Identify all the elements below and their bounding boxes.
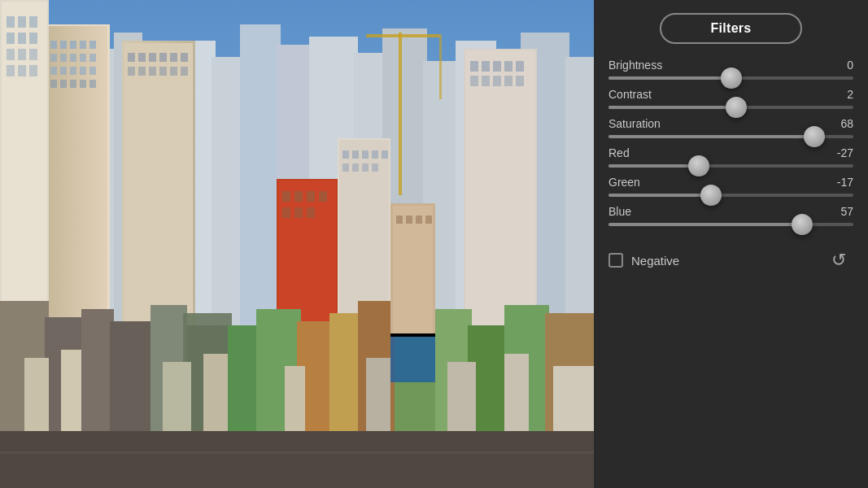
slider-fill-red <box>608 164 699 168</box>
svg-rect-49 <box>181 53 188 62</box>
svg-rect-48 <box>170 53 177 62</box>
slider-thumb-green[interactable] <box>700 185 722 206</box>
svg-rect-137 <box>416 216 422 224</box>
svg-rect-10 <box>240 24 281 325</box>
svg-rect-53 <box>159 67 167 76</box>
svg-rect-68 <box>352 150 359 159</box>
filter-value-saturation: 68 <box>829 117 853 130</box>
svg-rect-75 <box>372 163 378 172</box>
reset-icon: ↺ <box>831 250 846 271</box>
filter-label-contrast: Contrast <box>608 88 652 101</box>
svg-rect-31 <box>89 54 96 62</box>
slider-thumb-contrast[interactable] <box>726 97 747 118</box>
svg-rect-64 <box>307 207 315 218</box>
svg-rect-34 <box>70 67 76 75</box>
svg-rect-62 <box>282 207 290 218</box>
svg-rect-28 <box>60 54 67 62</box>
filters-button[interactable]: Filters <box>660 13 801 44</box>
svg-rect-23 <box>60 41 67 49</box>
filter-value-green: -17 <box>829 176 853 189</box>
filter-value-contrast: 2 <box>829 88 853 101</box>
svg-rect-83 <box>29 33 37 44</box>
svg-rect-82 <box>18 33 26 44</box>
svg-rect-89 <box>29 65 37 76</box>
filter-row-green: Green-17 <box>608 176 853 197</box>
slider-track-green[interactable] <box>608 194 853 197</box>
svg-rect-59 <box>294 191 303 202</box>
svg-rect-50 <box>128 67 135 76</box>
negative-label: Negative <box>631 254 816 268</box>
slider-thumb-red[interactable] <box>688 155 709 176</box>
svg-rect-86 <box>29 49 37 60</box>
filter-label-row-green: Green-17 <box>608 176 853 189</box>
svg-rect-67 <box>342 150 349 159</box>
svg-rect-61 <box>319 191 327 202</box>
svg-rect-95 <box>504 61 513 72</box>
svg-rect-135 <box>396 216 403 224</box>
svg-rect-52 <box>149 67 156 76</box>
slider-thumb-brightness[interactable] <box>721 68 742 89</box>
svg-rect-93 <box>482 61 490 72</box>
svg-rect-74 <box>362 163 369 172</box>
slider-fill-contrast <box>608 106 736 109</box>
svg-rect-9 <box>212 57 244 325</box>
slider-track-blue[interactable] <box>608 223 853 226</box>
svg-rect-78 <box>7 16 15 28</box>
slider-thumb-saturation[interactable] <box>804 126 825 147</box>
svg-rect-40 <box>80 80 86 88</box>
svg-rect-27 <box>50 54 57 62</box>
svg-rect-35 <box>80 67 86 75</box>
svg-rect-54 <box>170 67 177 76</box>
svg-rect-32 <box>50 67 57 75</box>
slider-track-saturation[interactable] <box>608 135 853 138</box>
svg-rect-99 <box>493 76 501 86</box>
svg-rect-71 <box>382 150 388 159</box>
svg-rect-92 <box>470 61 478 72</box>
filter-label-saturation: Saturation <box>608 117 661 130</box>
svg-rect-79 <box>18 16 26 28</box>
svg-rect-45 <box>138 53 146 62</box>
filter-row-red: Red-27 <box>608 146 853 168</box>
filter-label-red: Red <box>608 146 630 159</box>
svg-rect-88 <box>18 65 26 76</box>
svg-rect-22 <box>50 41 57 49</box>
svg-rect-70 <box>372 150 378 159</box>
svg-rect-25 <box>80 41 86 49</box>
svg-rect-36 <box>89 67 96 75</box>
svg-rect-63 <box>294 207 303 218</box>
filter-value-blue: 57 <box>829 205 853 218</box>
svg-rect-102 <box>399 33 402 195</box>
slider-thumb-blue[interactable] <box>792 214 813 235</box>
svg-rect-58 <box>282 191 290 202</box>
image-panel <box>0 0 594 488</box>
slider-track-brightness[interactable] <box>608 76 853 80</box>
slider-fill-blue <box>608 223 802 226</box>
svg-rect-39 <box>70 80 76 88</box>
slider-track-red[interactable] <box>608 164 853 168</box>
filter-row-saturation: Saturation68 <box>608 117 853 138</box>
reset-button[interactable]: ↺ <box>824 246 853 275</box>
filter-value-brightness: 0 <box>829 59 853 72</box>
svg-rect-96 <box>516 61 524 72</box>
svg-rect-69 <box>362 150 369 159</box>
svg-rect-44 <box>128 53 135 62</box>
filter-label-green: Green <box>608 176 640 189</box>
svg-rect-84 <box>7 49 15 60</box>
slider-fill-brightness <box>608 76 731 80</box>
svg-rect-122 <box>390 333 435 382</box>
svg-rect-73 <box>352 163 359 172</box>
svg-rect-33 <box>60 67 67 75</box>
svg-rect-55 <box>181 67 188 76</box>
svg-rect-140 <box>0 451 594 454</box>
svg-rect-138 <box>425 216 432 224</box>
filter-row-brightness: Brightness0 <box>608 59 853 80</box>
svg-rect-38 <box>60 80 67 88</box>
filter-label-row-red: Red-27 <box>608 146 853 159</box>
svg-rect-30 <box>80 54 86 62</box>
svg-rect-24 <box>70 41 76 49</box>
negative-checkbox[interactable] <box>608 253 623 268</box>
svg-rect-136 <box>406 216 412 224</box>
slider-track-contrast[interactable] <box>608 106 853 109</box>
svg-rect-41 <box>89 80 96 88</box>
svg-rect-98 <box>482 76 490 86</box>
